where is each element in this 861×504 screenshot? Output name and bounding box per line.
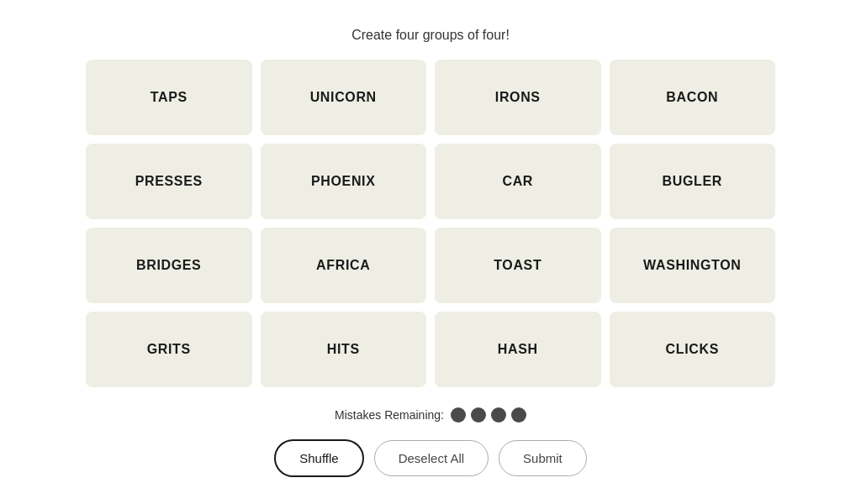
grid-cell-grits[interactable]: GRITS (86, 312, 252, 387)
grid-cell-label-bugler: BUGLER (663, 174, 722, 189)
grid-cell-car[interactable]: CAR (435, 144, 601, 219)
grid-cell-bridges[interactable]: BRIDGES (86, 228, 252, 303)
grid-cell-label-clicks: CLICKS (666, 342, 719, 357)
shuffle-button[interactable]: Shuffle (274, 439, 363, 477)
grid-cell-label-grits: GRITS (147, 342, 191, 357)
grid-cell-label-taps: TAPS (151, 90, 188, 105)
grid-cell-label-car: CAR (502, 174, 533, 189)
grid-cell-toast[interactable]: TOAST (435, 228, 601, 303)
page-title: Create four groups of four! (351, 28, 510, 43)
mistake-dot-4 (511, 407, 526, 423)
grid-cell-africa[interactable]: AFRICA (261, 228, 427, 303)
grid-cell-label-washington: WASHINGTON (643, 258, 741, 273)
mistake-dot-1 (451, 407, 466, 423)
grid-cell-label-bacon: BACON (666, 90, 718, 105)
buttons-row: Shuffle Deselect All Submit (274, 439, 587, 477)
mistakes-row: Mistakes Remaining: (335, 407, 526, 423)
grid-cell-label-africa: AFRICA (316, 258, 370, 273)
grid-cell-bacon[interactable]: BACON (610, 60, 776, 135)
grid-cell-label-toast: TOAST (494, 258, 541, 273)
grid-cell-label-irons: IRONS (495, 90, 541, 105)
grid-cell-label-hash: HASH (498, 342, 538, 357)
grid-cell-hash[interactable]: HASH (435, 312, 601, 387)
grid-cell-label-unicorn: UNICORN (310, 90, 377, 105)
grid-cell-taps[interactable]: TAPS (86, 60, 252, 135)
grid-cell-label-presses: PRESSES (135, 174, 203, 189)
grid-cell-label-phoenix: PHOENIX (311, 174, 376, 189)
submit-button[interactable]: Submit (499, 440, 587, 476)
grid-cell-label-bridges: BRIDGES (136, 258, 201, 273)
grid-cell-clicks[interactable]: CLICKS (610, 312, 776, 387)
word-grid: TAPSUNICORNIRONSBACONPRESSESPHOENIXCARBU… (86, 60, 775, 387)
grid-cell-unicorn[interactable]: UNICORN (261, 60, 427, 135)
grid-cell-phoenix[interactable]: PHOENIX (261, 144, 427, 219)
mistake-dot-2 (471, 407, 486, 423)
grid-cell-presses[interactable]: PRESSES (86, 144, 252, 219)
grid-cell-irons[interactable]: IRONS (435, 60, 601, 135)
game-container: Create four groups of four! TAPSUNICORNI… (69, 11, 792, 494)
grid-cell-label-hits: HITS (327, 342, 360, 357)
grid-cell-bugler[interactable]: BUGLER (610, 144, 776, 219)
grid-cell-washington[interactable]: WASHINGTON (610, 228, 776, 303)
deselect-button[interactable]: Deselect All (374, 440, 489, 476)
mistakes-label: Mistakes Remaining: (335, 408, 444, 422)
dots-container (451, 407, 526, 423)
grid-cell-hits[interactable]: HITS (261, 312, 427, 387)
mistake-dot-3 (491, 407, 506, 423)
